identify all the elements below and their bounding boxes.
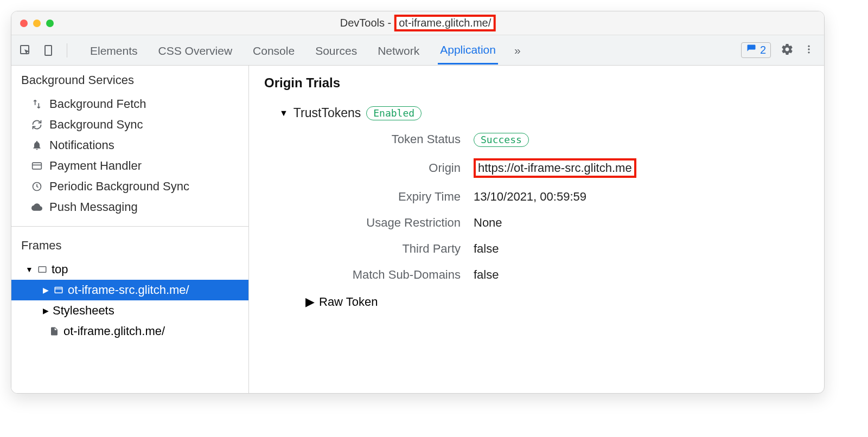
divider: [67, 43, 67, 57]
divider: [11, 226, 248, 227]
tab-application[interactable]: Application: [438, 36, 498, 65]
trial-header[interactable]: ▼ TrustTokens Enabled: [279, 106, 809, 120]
sidebar-item-background-fetch[interactable]: Background Fetch: [11, 94, 248, 114]
token-status-badge: Success: [474, 133, 529, 147]
frame-top[interactable]: ▼ top: [11, 259, 248, 280]
origin-value: https://ot-iframe-src.glitch.me: [474, 158, 636, 178]
caret-down-icon: ▼: [279, 108, 288, 118]
kv-key-third-party: Third Party: [320, 242, 461, 256]
settings-icon[interactable]: [781, 43, 794, 58]
devtools-window: DevTools - ot-iframe.glitch.me/ Elements…: [11, 11, 825, 394]
kv-val-expiry: 13/10/2021, 00:59:59: [474, 190, 809, 204]
svg-rect-1: [45, 46, 52, 55]
caret-right-icon: ▶: [305, 295, 315, 309]
raw-token-row[interactable]: ▶ Raw Token: [305, 295, 809, 309]
svg-rect-9: [55, 287, 62, 293]
trial-name: TrustTokens: [293, 106, 361, 120]
iframe-icon: [53, 285, 65, 295]
svg-point-2: [808, 45, 809, 47]
titlebar: DevTools - ot-iframe.glitch.me/: [11, 11, 824, 35]
window-title: DevTools - ot-iframe.glitch.me/: [340, 15, 496, 31]
frame-label: ot-iframe.glitch.me/: [63, 324, 165, 338]
kv-val-usage: None: [474, 216, 809, 230]
trial-details: Token Status Success Origin https://ot-i…: [320, 132, 809, 282]
clock-icon: [31, 181, 43, 192]
issues-icon: [746, 44, 757, 56]
panel-tabs: Elements CSS Overview Console Sources Ne…: [88, 36, 737, 65]
application-sidebar: Background Services Background Fetch Bac…: [11, 66, 249, 393]
trial-status-badge: Enabled: [366, 106, 422, 120]
background-services-list: Background Fetch Background Sync Notific…: [11, 94, 248, 222]
sidebar-item-payment-handler[interactable]: Payment Handler: [11, 156, 248, 176]
sidebar-item-notifications[interactable]: Notifications: [11, 135, 248, 156]
svg-rect-8: [39, 267, 46, 273]
issues-count: 2: [760, 44, 766, 56]
kv-val-origin: https://ot-iframe-src.glitch.me: [474, 158, 809, 178]
close-window-button[interactable]: [20, 20, 28, 27]
sidebar-item-label: Periodic Background Sync: [49, 179, 189, 194]
sidebar-section-frames: Frames: [11, 231, 248, 259]
svg-rect-5: [33, 163, 42, 169]
cloud-icon: [31, 202, 43, 213]
toolbar-right: 2: [741, 42, 818, 58]
sync-icon: [31, 119, 43, 130]
kebab-menu-icon[interactable]: [803, 43, 814, 58]
kv-val-third-party: false: [474, 242, 809, 256]
sidebar-item-push-messaging[interactable]: Push Messaging: [11, 197, 248, 217]
issues-button[interactable]: 2: [741, 42, 771, 58]
kv-key-match-sub: Match Sub-Domains: [320, 268, 461, 282]
content-area: Background Services Background Fetch Bac…: [11, 66, 824, 393]
sidebar-item-background-sync[interactable]: Background Sync: [11, 114, 248, 135]
frame-label: ot-iframe-src.glitch.me/: [68, 283, 189, 297]
sidebar-item-label: Push Messaging: [49, 200, 138, 214]
frame-label: top: [52, 262, 68, 277]
window-title-prefix: DevTools -: [340, 17, 391, 29]
kv-key-expiry: Expiry Time: [320, 190, 461, 204]
kv-val-token-status: Success: [474, 132, 809, 146]
tab-css-overview[interactable]: CSS Overview: [156, 37, 235, 64]
frame-label: Stylesheets: [53, 304, 114, 318]
traffic-lights: [20, 20, 54, 27]
origin-trials-heading: Origin Trials: [264, 75, 809, 91]
sidebar-item-periodic-sync[interactable]: Periodic Background Sync: [11, 176, 248, 197]
caret-down-icon[interactable]: ▼: [25, 265, 33, 274]
frame-file[interactable]: ot-iframe.glitch.me/: [11, 321, 248, 342]
raw-token-label: Raw Token: [319, 295, 378, 309]
updown-icon: [31, 99, 43, 110]
svg-point-4: [808, 52, 809, 53]
tab-console[interactable]: Console: [251, 37, 297, 64]
kv-key-token-status: Token Status: [320, 132, 461, 146]
frame-stylesheets[interactable]: ▶ Stylesheets: [11, 300, 248, 321]
kv-val-match-sub: false: [474, 268, 809, 282]
inspect-element-icon[interactable]: [18, 43, 33, 58]
main-panel: Origin Trials ▼ TrustTokens Enabled Toke…: [249, 66, 824, 393]
file-icon: [48, 326, 60, 337]
kv-key-origin: Origin: [320, 161, 461, 175]
tab-network[interactable]: Network: [375, 37, 422, 64]
sidebar-item-label: Background Fetch: [49, 97, 146, 111]
sidebar-section-background-services: Background Services: [11, 66, 248, 94]
minimize-window-button[interactable]: [33, 20, 41, 27]
frames-tree: ▼ top ▶ ot-iframe-src.glitch.me/ ▶ Style…: [11, 259, 248, 342]
window-title-url: ot-iframe.glitch.me/: [394, 15, 495, 31]
device-toolbar-icon[interactable]: [41, 43, 56, 58]
bell-icon: [31, 140, 43, 151]
credit-card-icon: [31, 160, 43, 171]
sidebar-item-label: Background Sync: [49, 118, 143, 132]
kv-key-usage: Usage Restriction: [320, 216, 461, 230]
tab-sources[interactable]: Sources: [313, 37, 359, 64]
maximize-window-button[interactable]: [46, 20, 54, 27]
sidebar-item-label: Notifications: [49, 138, 114, 152]
frame-selected[interactable]: ▶ ot-iframe-src.glitch.me/: [11, 280, 248, 300]
svg-point-3: [808, 48, 809, 50]
toolbar-left: [18, 43, 71, 58]
caret-right-icon[interactable]: ▶: [42, 286, 49, 294]
sidebar-item-label: Payment Handler: [49, 159, 142, 173]
tab-elements[interactable]: Elements: [88, 37, 140, 64]
trial-group: ▼ TrustTokens Enabled Token Status Succe…: [279, 106, 809, 309]
frame-icon: [36, 265, 48, 274]
caret-right-icon[interactable]: ▶: [42, 306, 49, 315]
main-toolbar: Elements CSS Overview Console Sources Ne…: [11, 35, 824, 66]
more-tabs-button[interactable]: »: [514, 44, 521, 57]
